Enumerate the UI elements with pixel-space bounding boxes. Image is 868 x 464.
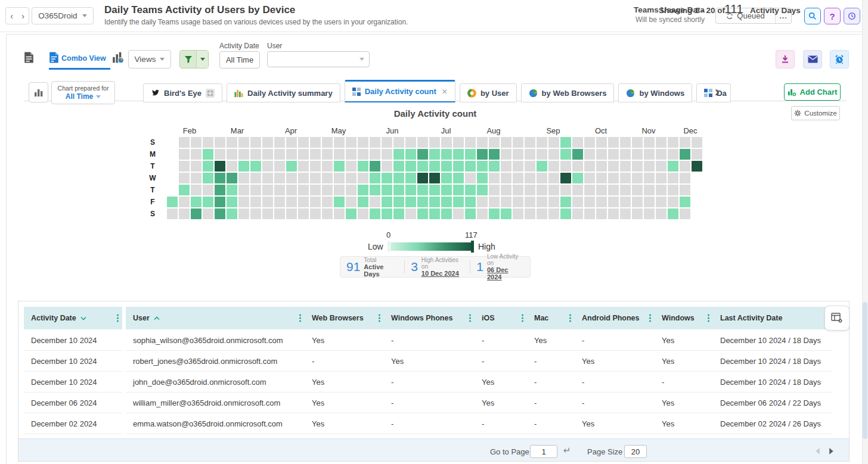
heatmap-cell[interactable] — [656, 137, 666, 148]
heatmap-cell[interactable] — [322, 137, 333, 148]
add-chart-button[interactable]: Add Chart — [784, 83, 841, 101]
column-menu-icon[interactable] — [522, 314, 523, 322]
heatmap-cell[interactable] — [274, 197, 285, 207]
heatmap-cell[interactable] — [334, 137, 345, 148]
heatmap-cell[interactable] — [370, 197, 380, 207]
heatmap-cell[interactable] — [191, 149, 202, 160]
heatmap-cell[interactable] — [250, 185, 261, 195]
heatmap-cell[interactable] — [429, 208, 440, 219]
heatmap-cell[interactable] — [393, 173, 404, 183]
heatmap-cell[interactable] — [346, 149, 356, 160]
heatmap-cell[interactable] — [525, 137, 535, 148]
heatmap-cell[interactable] — [405, 185, 416, 195]
heatmap-cell[interactable] — [298, 173, 309, 183]
heatmap-cell[interactable] — [393, 197, 404, 207]
heatmap-cell[interactable] — [656, 197, 666, 207]
heatmap-cell[interactable] — [191, 197, 202, 207]
tabs-scroll-right-button[interactable]: › — [715, 83, 720, 100]
heatmap-cell[interactable] — [548, 185, 559, 195]
heatmap-cell[interactable] — [632, 185, 643, 195]
heatmap-cell[interactable] — [441, 149, 452, 160]
heatmap-cell[interactable] — [262, 197, 273, 207]
column-header-windows-phones[interactable]: Windows Phones — [384, 307, 475, 329]
heatmap-cell[interactable] — [179, 173, 190, 183]
heatmap-cell[interactable] — [274, 208, 285, 219]
heatmap-cell[interactable] — [405, 173, 416, 183]
heatmap-cell[interactable] — [501, 208, 512, 219]
heatmap-cell[interactable] — [227, 137, 237, 148]
forward-button[interactable]: › — [21, 11, 24, 21]
heatmap-cell[interactable] — [227, 208, 237, 219]
heatmap-cell[interactable] — [656, 208, 666, 219]
heatmap-cell[interactable] — [513, 208, 523, 219]
heatmap-cell[interactable] — [644, 149, 655, 160]
heatmap-cell[interactable] — [370, 137, 380, 148]
heatmap-cell[interactable] — [405, 161, 416, 172]
heatmap-cell[interactable] — [429, 161, 440, 172]
table-view-button[interactable] — [24, 51, 34, 64]
heatmap-cell[interactable] — [417, 185, 428, 195]
heatmap-cell[interactable] — [572, 197, 583, 207]
heatmap-cell[interactable] — [465, 197, 476, 207]
heatmap-cell[interactable] — [358, 208, 368, 219]
table-row[interactable]: December 10 2024robert_jones@o365droid.o… — [24, 351, 832, 372]
heatmap-cell[interactable] — [632, 173, 643, 183]
heatmap-cell[interactable] — [215, 161, 225, 172]
heatmap-cell[interactable] — [310, 185, 321, 195]
heatmap-cell[interactable] — [250, 149, 261, 160]
heatmap-cell[interactable] — [560, 208, 571, 219]
heatmap-cell[interactable] — [310, 137, 321, 148]
scrollbar-thumb[interactable] — [863, 302, 867, 439]
heatmap-cell[interactable] — [262, 161, 273, 172]
heatmap-cell[interactable] — [429, 197, 440, 207]
heatmap-cell[interactable] — [489, 208, 500, 219]
heatmap-cell[interactable] — [382, 173, 392, 183]
heatmap-cell[interactable] — [537, 161, 547, 172]
column-menu-icon[interactable] — [569, 314, 571, 322]
column-menu-icon[interactable] — [379, 314, 380, 322]
heatmap-cell[interactable] — [298, 137, 309, 148]
heatmap-cell[interactable] — [632, 149, 643, 160]
heatmap-cell[interactable] — [370, 173, 380, 183]
heatmap-cell[interactable] — [572, 185, 583, 195]
heatmap-cell[interactable] — [572, 208, 583, 219]
heatmap-cell[interactable] — [334, 161, 345, 172]
heatmap-cell[interactable] — [572, 161, 583, 172]
heatmap-cell[interactable] — [465, 208, 476, 219]
heatmap-cell[interactable] — [393, 137, 404, 148]
heatmap-cell[interactable] — [382, 149, 392, 160]
heatmap-cell[interactable] — [620, 173, 631, 183]
heatmap-cell[interactable] — [584, 137, 595, 148]
heatmap-cell[interactable] — [382, 137, 392, 148]
heatmap-cell[interactable] — [584, 208, 595, 219]
heatmap-cell[interactable] — [584, 173, 595, 183]
heatmap-cell[interactable] — [429, 173, 440, 183]
heatmap-cell[interactable] — [596, 197, 607, 207]
heatmap-cell[interactable] — [501, 173, 512, 183]
heatmap-cell[interactable] — [334, 149, 345, 160]
heatmap-cell[interactable] — [298, 149, 309, 160]
heatmap-cell[interactable] — [620, 161, 631, 172]
heatmap-cell[interactable] — [584, 197, 595, 207]
column-menu-icon[interactable] — [299, 314, 301, 322]
tab-by-web-browsers[interactable]: by Web Browsers — [521, 83, 615, 102]
heatmap-cell[interactable] — [632, 161, 643, 172]
heatmap-cell[interactable] — [179, 137, 190, 148]
heatmap-cell[interactable] — [596, 173, 607, 183]
heatmap-cell[interactable] — [501, 137, 512, 148]
global-search-button[interactable] — [804, 8, 821, 24]
heatmap-cell[interactable] — [668, 137, 678, 148]
heatmap-cell[interactable] — [692, 149, 702, 160]
heatmap-cell[interactable] — [680, 173, 690, 183]
heatmap-cell[interactable] — [227, 161, 237, 172]
heatmap-cell[interactable] — [501, 149, 512, 160]
heatmap-cell[interactable] — [298, 208, 309, 219]
heatmap-cell[interactable] — [286, 197, 297, 207]
heatmap-cell[interactable] — [680, 197, 690, 207]
heatmap-cell[interactable] — [346, 197, 356, 207]
heatmap-cell[interactable] — [692, 161, 702, 172]
heatmap-cell[interactable] — [644, 161, 655, 172]
heatmap-cell[interactable] — [477, 208, 488, 219]
heatmap-cell[interactable] — [238, 149, 249, 160]
heatmap-cell[interactable] — [370, 185, 380, 195]
